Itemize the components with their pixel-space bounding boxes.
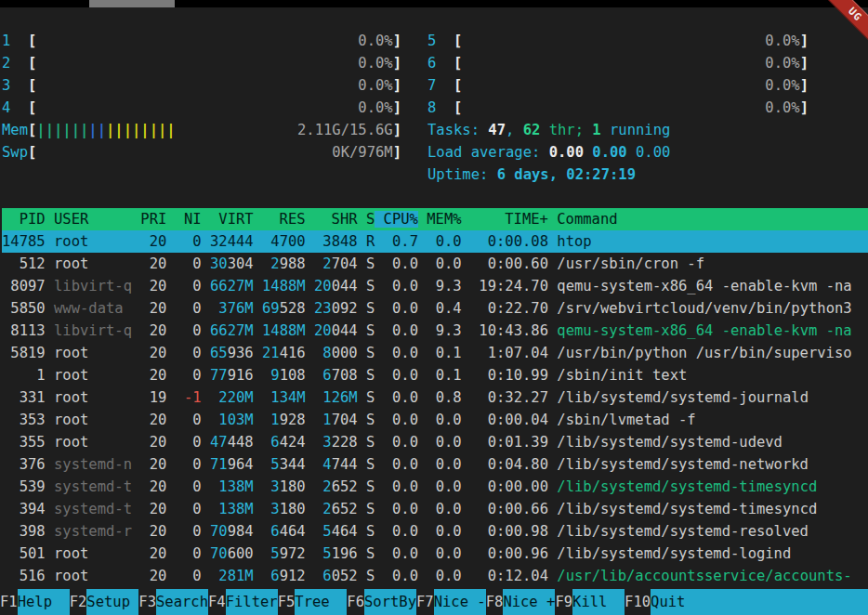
process-row-398[interactable]: 398 systemd-r 20 0 70984 6464 5464 S 0.0… xyxy=(2,520,868,543)
fkey-f7[interactable]: F7Nice - xyxy=(416,589,486,615)
process-row-355[interactable]: 355 root 20 0 47448 6424 3228 S 0.0 0.0 … xyxy=(2,431,868,453)
fkey-number-f2: F2 xyxy=(70,589,87,615)
process-row-8113[interactable]: 8113 libvirt-q 20 0 6627M 1488M 20044 S … xyxy=(2,320,868,342)
fkey-label-f2: Setup xyxy=(86,589,138,615)
tasks-count: 47 xyxy=(488,119,506,141)
process-row-394[interactable]: 394 systemd-t 20 0 138M 3180 2652 S 0.0 … xyxy=(2,498,868,520)
meters-section: 1 [0.0%]2 [0.0%]3 [0.0%]4 [0.0%]Mem[||||… xyxy=(2,30,868,186)
fkey-f8[interactable]: F8Nice + xyxy=(486,589,556,615)
meters-left-column: 1 [0.0%]2 [0.0%]3 [0.0%]4 [0.0%]Mem[||||… xyxy=(2,30,401,164)
process-table: PID USER PRI NI VIRT RES SHR S CPU% MEM%… xyxy=(2,208,868,587)
mem-meter: Mem[||||||||||||||||2.11G/15.6G] xyxy=(2,119,401,141)
uptime-line: Uptime: 6 days, 02:27:19 xyxy=(427,164,809,186)
tasks-threads: 62 xyxy=(523,119,541,141)
cpu-meter-6: 6 [0.0%] xyxy=(427,52,809,74)
tasks-label: Tasks: xyxy=(427,119,488,141)
fkey-number-f8: F8 xyxy=(486,589,504,615)
fkey-f3[interactable]: F3Search xyxy=(138,589,208,615)
process-row-512[interactable]: 512 root 20 0 30304 2988 2704 S 0.0 0.0 … xyxy=(2,253,868,275)
process-row-376[interactable]: 376 systemd-n 20 0 71964 5344 4744 S 0.0… xyxy=(2,453,868,476)
load-average-15m: 0.00 xyxy=(636,141,670,164)
tasks-line: Tasks: 47, 62 thr; 1 running xyxy=(427,119,809,141)
process-row-501[interactable]: 501 root 20 0 70600 5972 5196 S 0.0 0.0 … xyxy=(2,543,868,565)
top-strip xyxy=(0,0,868,7)
process-row-14785[interactable]: 14785 root 20 0 32444 4700 3848 R 0.7 0.… xyxy=(2,230,868,253)
meters-right-column: 5 [0.0%]6 [0.0%]7 [0.0%]8 [0.0%] Tasks: … xyxy=(427,30,809,186)
process-row-516[interactable]: 516 root 20 0 281M 6912 6052 S 0.0 0.0 0… xyxy=(2,565,868,587)
fkey-label-f6: SortBy xyxy=(364,589,416,615)
mem-bar-green: |||||| xyxy=(36,119,88,141)
cpu-meter-2: 2 [0.0%] xyxy=(2,52,401,74)
process-row-331[interactable]: 331 root 19 -1 220M 134M 126M S 0.0 0.8 … xyxy=(2,386,868,409)
fkey-f9[interactable]: F9Kill xyxy=(555,589,625,615)
function-key-bar: F1Help F2Setup F3SearchF4FilterF5Tree F6… xyxy=(0,589,868,615)
load-average-line: Load average: 0.00 0.00 0.00 xyxy=(427,141,809,164)
fkey-label-f4: Filter xyxy=(226,589,278,615)
process-row-5819[interactable]: 5819 root 20 0 65936 21416 8000 S 0.0 0.… xyxy=(2,342,868,364)
fkey-number-f10: F10 xyxy=(625,589,651,615)
load-average-5m: 0.00 xyxy=(592,141,636,164)
fkey-label-f9: Kill xyxy=(572,589,625,615)
uptime-label: Uptime: xyxy=(427,164,497,186)
fkey-f6[interactable]: F6SortBy xyxy=(347,589,416,615)
fkey-f4[interactable]: F4Filter xyxy=(208,589,278,615)
blank-line xyxy=(2,186,868,208)
fkey-label-f5: Tree xyxy=(295,589,347,615)
fkey-number-f1: F1 xyxy=(0,589,18,615)
fkey-f1[interactable]: F1Help xyxy=(0,589,70,615)
process-row-539[interactable]: 539 systemd-t 20 0 138M 3180 2652 S 0.0 … xyxy=(2,476,868,498)
cpu-meter-5: 5 [0.0%] xyxy=(427,30,809,52)
fkey-number-f3: F3 xyxy=(138,589,156,615)
fkey-number-f4: F4 xyxy=(208,589,226,615)
cpu-meter-7: 7 [0.0%] xyxy=(427,74,809,97)
fkey-label-f8: Nice + xyxy=(503,589,555,615)
process-row-1[interactable]: 1 root 20 0 77916 9108 6708 S 0.0 0.1 0:… xyxy=(2,364,868,386)
load-average-label: Load average: xyxy=(427,141,549,164)
fkey-f10[interactable]: F10Quit xyxy=(625,589,868,615)
fkey-label-f10: Quit xyxy=(651,589,868,615)
cpu-meter-1: 1 [0.0%] xyxy=(2,30,401,52)
cpu-meter-3: 3 [0.0%] xyxy=(2,74,401,97)
mem-bar-yellow: |||||||| xyxy=(106,119,176,141)
process-table-header[interactable]: PID USER PRI NI VIRT RES SHR S CPU% MEM%… xyxy=(2,208,868,230)
uptime-value: 6 days, 02:27:19 xyxy=(497,164,636,186)
fkey-number-f5: F5 xyxy=(278,589,296,615)
process-row-5850[interactable]: 5850 www-data 20 0 376M 69528 23092 S 0.… xyxy=(2,297,868,320)
load-average-1m: 0.00 xyxy=(549,141,593,164)
tasks-sep: , xyxy=(506,119,523,141)
meters-right-cpus: 5 [0.0%]6 [0.0%]7 [0.0%]8 [0.0%] xyxy=(427,30,809,119)
tasks-running-count: 1 xyxy=(592,119,600,141)
cpu-meter-4: 4 [0.0%] xyxy=(2,97,401,119)
fkey-label-f3: Search xyxy=(156,589,208,615)
mem-bar-blue: || xyxy=(88,119,106,141)
tasks-running-label: running xyxy=(601,119,671,141)
swp-meter: Swp[0K/976M] xyxy=(2,141,401,164)
fkey-f2[interactable]: F2Setup xyxy=(70,589,139,615)
sort-column-header[interactable]: CPU% xyxy=(375,211,418,228)
htop-screen: UG 1 [0.0%]2 [0.0%]3 [0.0%]4 [0.0%]Mem[|… xyxy=(0,0,868,615)
fkey-number-f6: F6 xyxy=(347,589,364,615)
fkey-number-f7: F7 xyxy=(416,589,434,615)
process-row-353[interactable]: 353 root 20 0 103M 1928 1704 S 0.0 0.0 0… xyxy=(2,409,868,431)
tasks-thr-label: thr; xyxy=(540,119,592,141)
fkey-label-f7: Nice - xyxy=(434,589,486,615)
debug-ribbon-text: UG xyxy=(846,6,864,24)
fkey-f5[interactable]: F5Tree xyxy=(278,589,348,615)
fkey-label-f1: Help xyxy=(18,589,70,615)
terminal: 1 [0.0%]2 [0.0%]3 [0.0%]4 [0.0%]Mem[||||… xyxy=(0,7,868,589)
fkey-number-f9: F9 xyxy=(555,589,572,615)
top-tab xyxy=(89,0,175,7)
cpu-meter-8: 8 [0.0%] xyxy=(427,97,809,119)
process-row-8097[interactable]: 8097 libvirt-q 20 0 6627M 1488M 20044 S … xyxy=(2,275,868,297)
